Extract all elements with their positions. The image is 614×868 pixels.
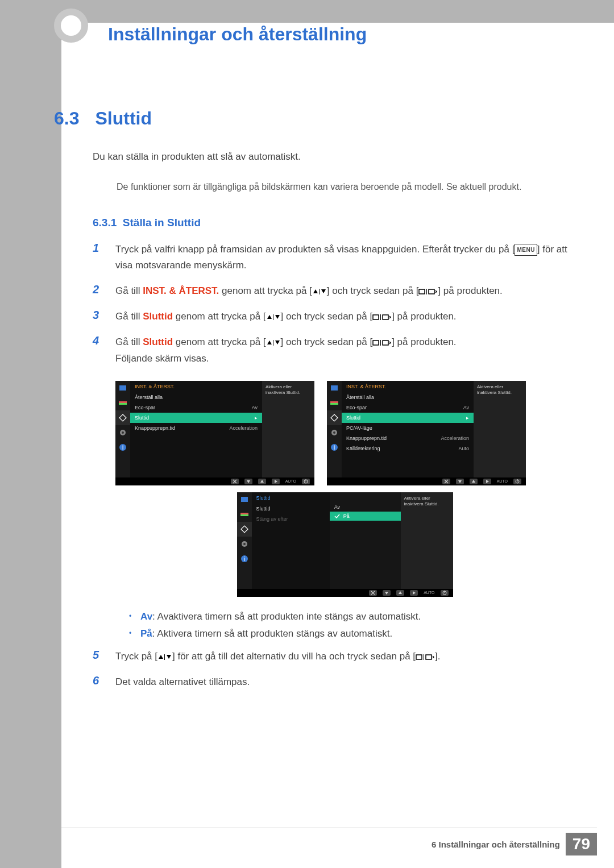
source-enter-icon (416, 654, 435, 661)
tab-size-pos-icon (115, 410, 130, 425)
svg-marker-8 (275, 315, 280, 319)
osd-panel-sluttid: i Sluttid Sluttid Stäng av efter Av (237, 492, 453, 597)
source-enter-icon (372, 339, 392, 346)
osd-center-wrap: i Sluttid Sluttid Stäng av efter Av (115, 492, 574, 597)
tab-picture-icon (237, 492, 252, 507)
step-number: 3 (93, 309, 103, 322)
svg-point-46 (243, 543, 246, 545)
section-title: Sluttid (95, 108, 152, 129)
svg-rect-4 (426, 289, 427, 294)
step-list-cont: 5 Tryck på [] för att gå till det altern… (93, 649, 574, 691)
chapter-title: Inställningar och återställning (108, 24, 367, 45)
osd-menu: INST. & ÅTERST. Återställ allaEco-sparAv… (342, 381, 474, 477)
tab-color-icon (237, 507, 252, 522)
osd-screenshots-row: i INST. & ÅTERST. Återställ allaEco-spar… (115, 381, 574, 485)
up-icon (258, 479, 266, 484)
osd-help-text: Aktivera eller inaktivera Sluttid. (262, 381, 314, 477)
svg-marker-50 (399, 591, 402, 594)
svg-rect-30 (331, 385, 338, 391)
intro-text: Du kan ställa in produkten att slå av au… (93, 149, 574, 164)
down-icon (456, 479, 464, 484)
svg-rect-42 (241, 497, 248, 502)
footer: 6 Inställningar och återställning 79 (432, 833, 597, 855)
osd-menu-item: Återställ alla (342, 392, 474, 402)
svg-marker-0 (313, 289, 318, 293)
up-down-icon (312, 288, 327, 295)
osd-menu-item: Eco-sparAv (130, 402, 262, 413)
right-icon (410, 590, 418, 596)
svg-marker-6 (267, 315, 272, 319)
svg-rect-31 (330, 401, 338, 403)
osd-menu-item: Återställ alla (130, 392, 262, 402)
svg-point-22 (122, 431, 124, 434)
tab-size-pos-icon (237, 522, 252, 537)
step-body: Det valda alternativet tillämpas. (115, 674, 250, 691)
svg-rect-44 (240, 514, 248, 516)
osd-menu-item: Sluttid▸ (342, 413, 474, 423)
svg-rect-15 (373, 340, 379, 345)
right-icon (272, 479, 280, 484)
menu-icon: MENU (515, 244, 537, 256)
tab-info-icon: i (115, 440, 130, 455)
power-icon (441, 590, 449, 596)
osd-panel-left: i INST. & ÅTERST. Återställ allaEco-spar… (115, 381, 314, 485)
close-icon (369, 590, 377, 596)
step-body: Tryck på valfri knapp på framsidan av pr… (115, 242, 574, 275)
svg-rect-43 (240, 513, 248, 514)
svg-rect-3 (419, 289, 425, 294)
tab-picture-icon (327, 381, 342, 396)
close-icon (231, 479, 239, 484)
osd-option-off: Av (330, 502, 401, 512)
svg-point-34 (333, 431, 335, 434)
tab-info-icon: i (237, 551, 252, 566)
osd-menu-item: PC/AV-läge (342, 423, 474, 433)
svg-rect-16 (380, 340, 381, 346)
svg-rect-7 (273, 314, 273, 320)
bullet-on: På: Aktivera timern så att produkten stä… (129, 625, 574, 643)
osd-menu-item: Sluttid (252, 504, 330, 514)
step-number: 1 (93, 242, 103, 255)
svg-rect-59 (426, 655, 432, 659)
down-icon (383, 590, 391, 596)
footer-chapter-ref: 6 Inställningar och återställning (432, 840, 560, 849)
tab-setup-reset-icon (237, 537, 252, 551)
svg-marker-37 (458, 480, 462, 483)
osd-menu-item: Eco-sparAv (342, 402, 474, 413)
osd-menu: Sluttid Sluttid Stäng av efter (252, 492, 330, 589)
osd-menu-item: Stäng av efter (252, 514, 330, 524)
svg-marker-12 (267, 340, 272, 344)
svg-marker-38 (472, 480, 475, 483)
step-body: Gå till Sluttid genom att trycka på [] o… (115, 309, 457, 325)
source-enter-icon (418, 288, 438, 295)
svg-marker-25 (247, 480, 250, 483)
step-number: 5 (93, 649, 103, 662)
up-down-icon (266, 339, 281, 346)
step-number: 4 (93, 334, 103, 347)
svg-text:i: i (334, 445, 335, 451)
up-icon (470, 479, 478, 484)
svg-marker-27 (275, 480, 277, 483)
svg-rect-20 (119, 403, 127, 405)
svg-marker-2 (321, 289, 326, 293)
tab-setup-reset-icon (327, 425, 342, 440)
tab-info-icon: i (327, 440, 342, 455)
svg-rect-17 (383, 340, 388, 345)
svg-rect-57 (416, 655, 422, 659)
step-number: 2 (93, 283, 103, 296)
down-icon (244, 479, 252, 484)
step-body: Gå till Sluttid genom att trycka på [] o… (115, 334, 457, 367)
svg-rect-10 (380, 314, 381, 320)
osd-tabs: i (237, 492, 252, 589)
svg-marker-49 (385, 592, 388, 595)
svg-marker-26 (260, 480, 264, 483)
osd-button-bar: AUTO (237, 589, 453, 597)
svg-marker-51 (413, 591, 416, 595)
close-icon (442, 479, 450, 484)
svg-text:i: i (122, 445, 123, 451)
svg-rect-18 (119, 385, 126, 391)
tab-size-pos-icon (327, 410, 342, 425)
svg-rect-9 (373, 315, 379, 319)
tab-picture-icon (115, 381, 130, 396)
top-bar (0, 0, 614, 23)
up-down-icon (157, 654, 172, 661)
